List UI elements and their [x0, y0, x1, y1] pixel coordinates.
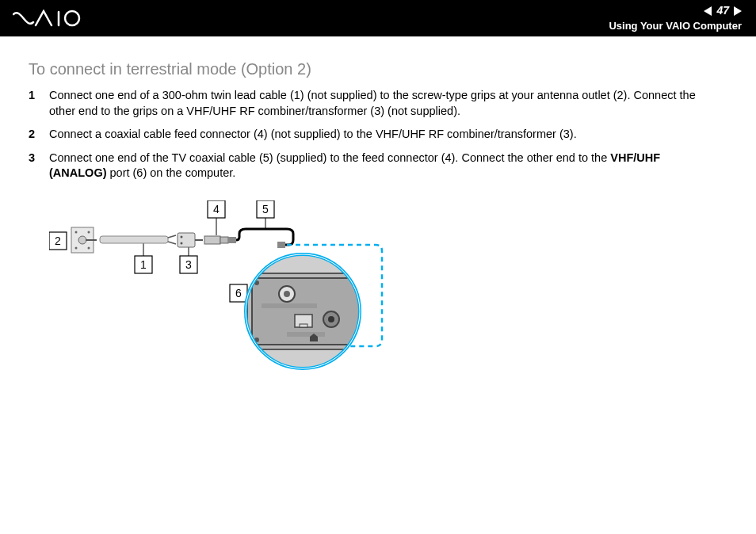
- svg-rect-28: [220, 237, 228, 243]
- prev-page-arrow-icon[interactable]: [704, 6, 712, 16]
- diagram-label-3: 3: [185, 258, 192, 271]
- page-content: To connect in terrestrial mode (Option 2…: [0, 36, 756, 385]
- svg-point-18: [88, 246, 90, 249]
- header-right: 47 Using Your VAIO Computer: [609, 3, 742, 32]
- diagram-label-2: 2: [55, 235, 61, 247]
- page-navigator: 47: [609, 3, 742, 17]
- step-text-before: Connect one end of the TV coaxial cable …: [49, 151, 610, 164]
- vaio-logo: [13, 10, 108, 27]
- svg-rect-47: [262, 303, 317, 308]
- svg-point-16: [88, 231, 90, 233]
- svg-rect-48: [287, 332, 325, 337]
- page-heading: To connect in terrestrial mode (Option 2…: [29, 60, 718, 78]
- svg-rect-46: [300, 324, 307, 327]
- svg-point-17: [75, 246, 78, 249]
- instruction-step: Connect a coaxial cable feed connector (…: [29, 127, 718, 143]
- svg-rect-30: [277, 242, 285, 248]
- svg-rect-20: [100, 236, 168, 243]
- svg-point-14: [78, 236, 86, 244]
- instruction-step: Connect one end of the TV coaxial cable …: [29, 151, 718, 181]
- step-text: Connect a coaxial cable feed connector (…: [49, 128, 577, 140]
- diagram-label-6: 6: [235, 287, 242, 299]
- svg-point-1: [65, 11, 79, 25]
- connection-diagram: 2 1 3 4 5: [49, 200, 718, 385]
- svg-rect-27: [204, 236, 220, 244]
- header-bar: 47 Using Your VAIO Computer: [0, 0, 756, 36]
- svg-point-42: [284, 291, 290, 297]
- svg-point-38: [354, 280, 359, 285]
- svg-line-21: [168, 235, 176, 238]
- section-title[interactable]: Using Your VAIO Computer: [609, 20, 742, 33]
- svg-line-22: [168, 242, 176, 244]
- instruction-step: Connect one end of a 300-ohm twin lead c…: [29, 88, 718, 119]
- instruction-list: Connect one end of a 300-ohm twin lead c…: [29, 88, 718, 181]
- svg-rect-29: [228, 237, 236, 243]
- svg-point-25: [181, 242, 183, 244]
- diagram-label-5: 5: [262, 203, 269, 216]
- diagram-label-1: 1: [140, 258, 147, 271]
- svg-point-40: [354, 338, 359, 342]
- step-text-after: port (6) on the computer.: [107, 166, 236, 179]
- svg-rect-23: [178, 233, 195, 247]
- next-page-arrow-icon[interactable]: [734, 6, 742, 16]
- svg-point-15: [75, 231, 78, 233]
- page-number: 47: [715, 3, 731, 17]
- svg-point-44: [328, 316, 334, 322]
- step-text: Connect one end of a 300-ohm twin lead c…: [49, 89, 696, 117]
- svg-point-24: [181, 235, 183, 238]
- diagram-label-4: 4: [213, 203, 220, 216]
